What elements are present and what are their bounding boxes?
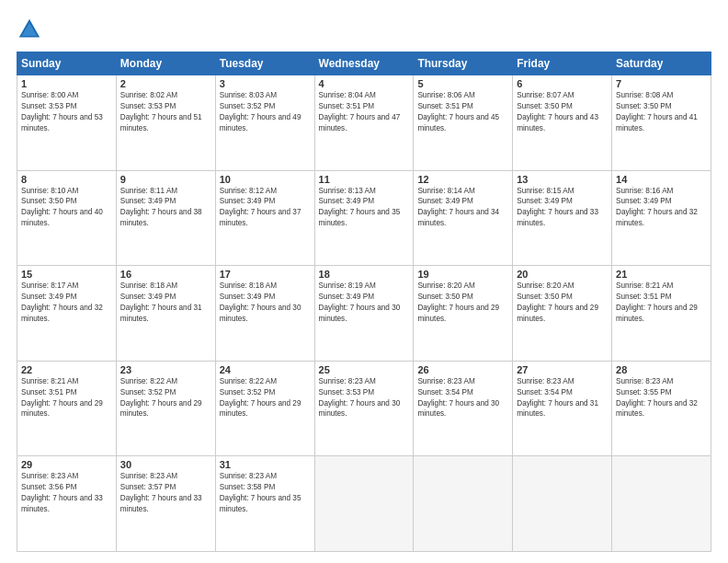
day-cell: 7 Sunrise: 8:08 AMSunset: 3:50 PMDayligh… xyxy=(612,75,711,171)
header-cell-wednesday: Wednesday xyxy=(314,52,414,75)
day-cell: 15 Sunrise: 8:17 AMSunset: 3:49 PMDaylig… xyxy=(17,266,117,362)
day-number: 16 xyxy=(120,269,211,280)
header-row: SundayMondayTuesdayWednesdayThursdayFrid… xyxy=(17,52,711,75)
day-number: 24 xyxy=(220,364,311,375)
day-cell: 21 Sunrise: 8:21 AMSunset: 3:51 PMDaylig… xyxy=(612,266,711,362)
header-cell-friday: Friday xyxy=(513,52,612,75)
day-detail: Sunrise: 8:04 AMSunset: 3:51 PMDaylight:… xyxy=(319,90,410,134)
day-cell: 19 Sunrise: 8:20 AMSunset: 3:50 PMDaylig… xyxy=(414,266,513,362)
week-row-4: 22 Sunrise: 8:21 AMSunset: 3:51 PMDaylig… xyxy=(17,361,711,456)
day-number: 18 xyxy=(319,269,410,280)
day-cell: 28 Sunrise: 8:23 AMSunset: 3:55 PMDaylig… xyxy=(612,361,711,456)
day-detail: Sunrise: 8:12 AMSunset: 3:49 PMDaylight:… xyxy=(220,186,311,230)
day-detail: Sunrise: 8:23 AMSunset: 3:53 PMDaylight:… xyxy=(319,376,410,420)
day-detail: Sunrise: 8:22 AMSunset: 3:52 PMDaylight:… xyxy=(220,376,311,420)
day-detail: Sunrise: 8:10 AMSunset: 3:50 PMDaylight:… xyxy=(21,186,112,230)
day-cell xyxy=(414,456,513,552)
day-detail: Sunrise: 8:23 AMSunset: 3:54 PMDaylight:… xyxy=(517,376,608,420)
header-cell-sunday: Sunday xyxy=(17,52,117,75)
day-detail: Sunrise: 8:11 AMSunset: 3:49 PMDaylight:… xyxy=(120,186,211,230)
day-cell: 18 Sunrise: 8:19 AMSunset: 3:49 PMDaylig… xyxy=(314,266,414,362)
day-cell: 14 Sunrise: 8:16 AMSunset: 3:49 PMDaylig… xyxy=(612,170,711,266)
week-row-1: 1 Sunrise: 8:00 AMSunset: 3:53 PMDayligh… xyxy=(17,75,711,171)
day-number: 17 xyxy=(220,269,311,280)
day-cell: 30 Sunrise: 8:23 AMSunset: 3:57 PMDaylig… xyxy=(116,456,215,552)
header-cell-thursday: Thursday xyxy=(414,52,513,75)
logo-icon xyxy=(17,17,42,42)
day-cell: 22 Sunrise: 8:21 AMSunset: 3:51 PMDaylig… xyxy=(17,361,117,456)
day-number: 15 xyxy=(21,269,112,280)
day-number: 10 xyxy=(220,174,311,185)
day-number: 3 xyxy=(220,78,311,89)
header xyxy=(17,17,711,42)
day-detail: Sunrise: 8:23 AMSunset: 3:56 PMDaylight:… xyxy=(21,471,112,515)
day-cell: 8 Sunrise: 8:10 AMSunset: 3:50 PMDayligh… xyxy=(17,170,117,266)
day-cell: 4 Sunrise: 8:04 AMSunset: 3:51 PMDayligh… xyxy=(314,75,414,171)
day-number: 28 xyxy=(616,364,707,375)
day-number: 22 xyxy=(21,364,112,375)
header-cell-monday: Monday xyxy=(116,52,215,75)
day-detail: Sunrise: 8:20 AMSunset: 3:50 PMDaylight:… xyxy=(517,281,608,325)
day-number: 12 xyxy=(417,174,508,185)
day-number: 26 xyxy=(417,364,508,375)
day-detail: Sunrise: 8:03 AMSunset: 3:52 PMDaylight:… xyxy=(220,90,311,134)
header-cell-saturday: Saturday xyxy=(612,52,711,75)
day-cell: 3 Sunrise: 8:03 AMSunset: 3:52 PMDayligh… xyxy=(215,75,314,171)
day-cell: 17 Sunrise: 8:18 AMSunset: 3:49 PMDaylig… xyxy=(215,266,314,362)
day-detail: Sunrise: 8:22 AMSunset: 3:52 PMDaylight:… xyxy=(120,376,211,420)
day-number: 1 xyxy=(21,78,112,89)
day-cell: 10 Sunrise: 8:12 AMSunset: 3:49 PMDaylig… xyxy=(215,170,314,266)
calendar-body: 1 Sunrise: 8:00 AMSunset: 3:53 PMDayligh… xyxy=(17,75,711,552)
day-number: 29 xyxy=(21,459,112,470)
day-cell: 20 Sunrise: 8:20 AMSunset: 3:50 PMDaylig… xyxy=(513,266,612,362)
day-number: 23 xyxy=(120,364,211,375)
day-number: 11 xyxy=(319,174,410,185)
day-detail: Sunrise: 8:21 AMSunset: 3:51 PMDaylight:… xyxy=(21,376,112,420)
day-number: 27 xyxy=(517,364,608,375)
day-cell: 26 Sunrise: 8:23 AMSunset: 3:54 PMDaylig… xyxy=(414,361,513,456)
day-cell: 11 Sunrise: 8:13 AMSunset: 3:49 PMDaylig… xyxy=(314,170,414,266)
day-number: 19 xyxy=(417,269,508,280)
day-detail: Sunrise: 8:18 AMSunset: 3:49 PMDaylight:… xyxy=(220,281,311,325)
day-detail: Sunrise: 8:18 AMSunset: 3:49 PMDaylight:… xyxy=(120,281,211,325)
day-detail: Sunrise: 8:23 AMSunset: 3:55 PMDaylight:… xyxy=(616,376,707,420)
day-number: 6 xyxy=(517,78,608,89)
day-detail: Sunrise: 8:07 AMSunset: 3:50 PMDaylight:… xyxy=(517,90,608,134)
header-cell-tuesday: Tuesday xyxy=(215,52,314,75)
day-detail: Sunrise: 8:23 AMSunset: 3:57 PMDaylight:… xyxy=(120,471,211,515)
page: SundayMondayTuesdayWednesdayThursdayFrid… xyxy=(0,0,728,563)
day-cell: 2 Sunrise: 8:02 AMSunset: 3:53 PMDayligh… xyxy=(116,75,215,171)
day-cell: 31 Sunrise: 8:23 AMSunset: 3:58 PMDaylig… xyxy=(215,456,314,552)
week-row-2: 8 Sunrise: 8:10 AMSunset: 3:50 PMDayligh… xyxy=(17,170,711,266)
day-detail: Sunrise: 8:17 AMSunset: 3:49 PMDaylight:… xyxy=(21,281,112,325)
day-cell: 13 Sunrise: 8:15 AMSunset: 3:49 PMDaylig… xyxy=(513,170,612,266)
day-number: 8 xyxy=(21,174,112,185)
day-number: 5 xyxy=(417,78,508,89)
day-cell: 24 Sunrise: 8:22 AMSunset: 3:52 PMDaylig… xyxy=(215,361,314,456)
day-number: 14 xyxy=(616,174,707,185)
day-cell: 12 Sunrise: 8:14 AMSunset: 3:49 PMDaylig… xyxy=(414,170,513,266)
logo xyxy=(17,17,46,42)
day-cell xyxy=(612,456,711,552)
day-detail: Sunrise: 8:19 AMSunset: 3:49 PMDaylight:… xyxy=(319,281,410,325)
day-cell xyxy=(513,456,612,552)
day-detail: Sunrise: 8:02 AMSunset: 3:53 PMDaylight:… xyxy=(120,90,211,134)
day-detail: Sunrise: 8:13 AMSunset: 3:49 PMDaylight:… xyxy=(319,186,410,230)
day-number: 9 xyxy=(120,174,211,185)
day-number: 21 xyxy=(616,269,707,280)
day-number: 20 xyxy=(517,269,608,280)
day-number: 2 xyxy=(120,78,211,89)
day-number: 31 xyxy=(220,459,311,470)
calendar-table: SundayMondayTuesdayWednesdayThursdayFrid… xyxy=(17,52,711,552)
day-detail: Sunrise: 8:23 AMSunset: 3:58 PMDaylight:… xyxy=(220,471,311,515)
day-cell: 23 Sunrise: 8:22 AMSunset: 3:52 PMDaylig… xyxy=(116,361,215,456)
day-cell: 1 Sunrise: 8:00 AMSunset: 3:53 PMDayligh… xyxy=(17,75,117,171)
day-number: 13 xyxy=(517,174,608,185)
day-detail: Sunrise: 8:20 AMSunset: 3:50 PMDaylight:… xyxy=(417,281,508,325)
day-detail: Sunrise: 8:08 AMSunset: 3:50 PMDaylight:… xyxy=(616,90,707,134)
day-cell: 29 Sunrise: 8:23 AMSunset: 3:56 PMDaylig… xyxy=(17,456,117,552)
day-cell: 9 Sunrise: 8:11 AMSunset: 3:49 PMDayligh… xyxy=(116,170,215,266)
day-detail: Sunrise: 8:21 AMSunset: 3:51 PMDaylight:… xyxy=(616,281,707,325)
day-number: 25 xyxy=(319,364,410,375)
day-cell: 6 Sunrise: 8:07 AMSunset: 3:50 PMDayligh… xyxy=(513,75,612,171)
